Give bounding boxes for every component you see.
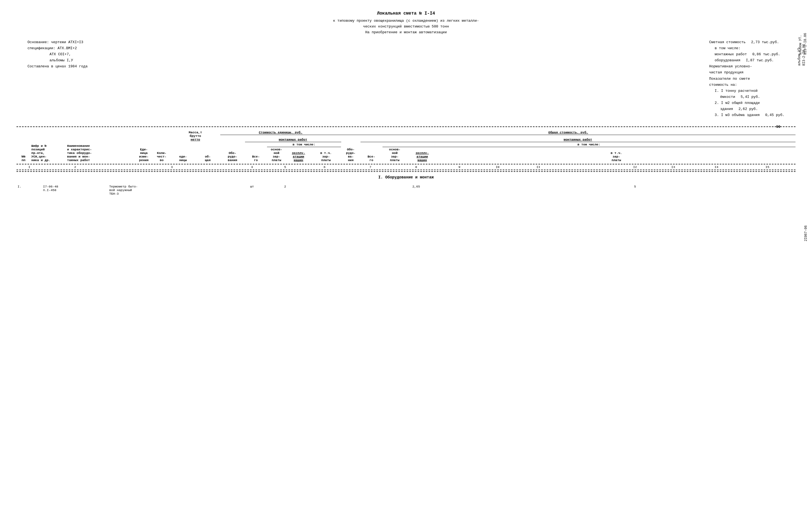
col-cost-total-header: Общая стоимость, руб.	[341, 130, 795, 135]
col-total-including: в том числе:	[382, 142, 795, 147]
col-total-equip: Обо-рудо-ва-ния	[341, 135, 360, 163]
col-numbers-table: I 2 3 4 5 6 7 8 9 I0 II I2 I3 I4 I5	[17, 164, 795, 170]
col-mass-unit: еди-ницы	[171, 142, 196, 163]
header-row-1: №№пп Шифр и №позицийпр-нта,УСН,цен-ника …	[17, 130, 795, 135]
subtitle1: к типовому проекту овощехранилища (с охл…	[17, 19, 795, 23]
col-base-pay: основ-нойзар-платы	[267, 147, 286, 163]
col-name: Наименованиеи характерис-тика оборудо-ва…	[66, 130, 135, 163]
left-header: Основание: чертежи АТХI+I3 спецификации:…	[28, 39, 87, 118]
column-99-marker: 99	[776, 125, 780, 129]
col-montazh-unit-header: монтажных работ	[245, 135, 341, 142]
col-total-base-pay: основ-нойзар-платы	[382, 147, 407, 163]
right-header: Сметная стоимость 2,73 тыс.руб. в том чи…	[709, 39, 784, 118]
data-row-1: I. I7-06-48 п.I-458 Термометр быто- вой …	[17, 184, 795, 196]
col-mass-total: об-щая	[196, 142, 220, 163]
data-table: I. I7-06-48 п.I-458 Термометр быто- вой …	[17, 184, 795, 196]
col-qty: Коли-чест-во	[153, 130, 171, 163]
col-mach-exp: эксплу-атациимашин	[286, 147, 311, 163]
col-cost-equip: Обо-рудо-вания	[220, 135, 245, 163]
col-num-pp: №№пп	[17, 130, 31, 163]
col-total-mach-sub: в т.ч.зар-платы	[437, 147, 795, 163]
col-install-all: Все-го	[245, 142, 267, 163]
col-code: Шифр и №позицийпр-нта,УСН,цен-ника и др.	[31, 130, 66, 163]
col-total-mach: эксплу-атациимашин	[407, 147, 437, 163]
main-table-container: №№пп Шифр и №позицийпр-нта,УСН,цен-ника …	[17, 130, 795, 196]
col-montazh-total-header: монтажных работ	[360, 135, 795, 142]
section1-header: I. Оборудование и монтаж	[17, 173, 795, 182]
col-install-including: в том числе:	[267, 142, 341, 147]
top-dashed-separator	[17, 126, 795, 127]
subtitle2: ческих конструкций вместимостью 500 тонн	[17, 25, 795, 29]
column-headers-table: №№пп Шифр и №позицийпр-нта,УСН,цен-ника …	[17, 130, 795, 163]
col-mass-header: Масса,тбруттонетто	[171, 130, 220, 142]
col-cost-unit-header: Стоимость единицы, руб.	[220, 130, 341, 135]
col-total-install-all: Все-го	[360, 142, 382, 163]
col-unit: Еди-ницаизме-рения	[135, 130, 153, 163]
subtitle3: На приобретение и монтаж автоматизации	[17, 30, 795, 34]
col-mach-sub: в т.ч.зар-платы	[311, 147, 341, 163]
page-title: Локальная смета № I-I4	[17, 11, 795, 16]
side-number-2: 2I067-06	[804, 225, 808, 241]
col-number-row: I 2 3 4 5 6 7 8 9 I0 II I2 I3 I4 I5	[17, 165, 795, 170]
side-album-number: альбом УТ. 8I3-2-I8.86	[798, 33, 808, 55]
